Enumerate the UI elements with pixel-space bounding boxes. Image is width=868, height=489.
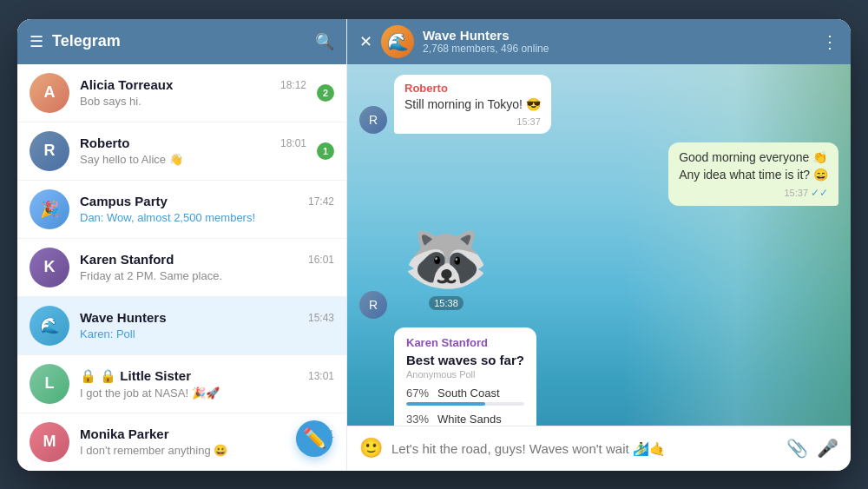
chat-info-roberto: Roberto18:01Say hello to Alice 👋 — [80, 135, 306, 166]
sidebar-title: Telegram — [52, 32, 306, 50]
chat-info-karen: Karen Stanford16:01Friday at 2 PM. Same … — [80, 252, 334, 282]
chat-time-karen: 16:01 — [308, 254, 334, 266]
sticker-time-msg3: 15:38 — [429, 296, 464, 310]
chat-item-roberto[interactable]: RRoberto18:01Say hello to Alice 👋1 — [17, 122, 346, 181]
close-button[interactable]: ✕ — [359, 32, 372, 51]
poll-option-0[interactable]: 67%South Coast — [406, 387, 524, 406]
chat-preview-alicia: Bob says hi. — [80, 95, 306, 108]
hamburger-icon[interactable]: ☰ — [30, 32, 43, 51]
chat-name-little: 🔒 Little Sister — [80, 368, 191, 384]
poll-opt-text-0: South Coast — [437, 387, 500, 400]
chat-name-wave: Wave Hunters — [80, 310, 166, 325]
chat-preview-wave: Karen: Poll — [80, 327, 334, 340]
attach-icon[interactable]: 📎 — [786, 438, 808, 459]
chat-preview-monika: I don't remember anything 😀 — [80, 444, 334, 457]
avatar-alicia: A — [30, 73, 69, 113]
chat-input-area: 🙂 📎 🎤 — [347, 426, 851, 471]
chat-header: ✕ 🌊 Wave Hunters 2,768 members, 496 onli… — [347, 19, 851, 64]
message-input[interactable] — [391, 441, 778, 456]
group-name: Wave Hunters — [423, 28, 812, 43]
message-avatar-msg1: R — [359, 106, 387, 134]
chat-info-little: 🔒 Little Sister13:01I got the job at NAS… — [80, 368, 334, 400]
avatar-campus: 🎉 — [30, 189, 69, 229]
group-info: Wave Hunters 2,768 members, 496 online — [423, 28, 812, 55]
sidebar-header: ☰ Telegram 🔍 — [17, 19, 346, 64]
group-members: 2,768 members, 496 online — [423, 43, 812, 55]
message-text-msg1: Still morning in Tokyo! 😎 — [404, 96, 541, 114]
avatar-wave: 🌊 — [30, 306, 69, 346]
avatar-karen: K — [30, 248, 69, 287]
chat-preview-roberto: Say hello to Alice 👋 — [80, 153, 306, 166]
sticker-bubble-msg3: 🦝15:38 — [394, 215, 498, 319]
poll-type-msg4: Anonymous Poll — [406, 369, 524, 380]
message-sender-msg1: Roberto — [404, 82, 541, 95]
avatar-monika: M — [30, 422, 69, 462]
poll-pct-1: 33% — [406, 413, 432, 425]
unread-badge-roberto: 1 — [317, 142, 334, 160]
chat-name-monika: Monika Parker — [80, 426, 169, 441]
chat-item-karen[interactable]: KKaren Stanford16:01Friday at 2 PM. Same… — [17, 239, 346, 297]
chat-item-little[interactable]: L🔒 Little Sister13:01I got the job at NA… — [17, 355, 346, 413]
chat-name-alicia: Alicia Torreaux — [80, 77, 173, 92]
chat-time-wave: 15:43 — [308, 312, 334, 324]
emoji-button[interactable]: 🙂 — [359, 437, 383, 459]
chat-name-roberto: Roberto — [80, 135, 130, 150]
poll-bar-bg-0 — [406, 402, 524, 406]
avatar-roberto: R — [30, 131, 69, 171]
poll-opt-text-1: White Sands — [437, 413, 502, 425]
chat-item-campus[interactable]: 🎉Campus Party17:42Dan: Wow, almost 2,500… — [17, 181, 346, 239]
message-time-msg1: 15:37 — [404, 116, 541, 127]
voice-icon[interactable]: 🎤 — [817, 438, 838, 459]
sidebar: ☰ Telegram 🔍 AAlicia Torreaux18:12Bob sa… — [17, 19, 347, 471]
poll-option-1[interactable]: 33%White Sands — [406, 413, 524, 425]
message-bubble-msg2: Good morning everyone 👏Any idea what tim… — [668, 142, 838, 206]
chat-main: ✕ 🌊 Wave Hunters 2,768 members, 496 onli… — [347, 19, 851, 471]
chat-preview-karen: Friday at 2 PM. Same place. — [80, 269, 334, 282]
chat-name-karen: Karen Stanford — [80, 252, 174, 267]
group-avatar: 🌊 — [381, 25, 414, 58]
read-receipts-msg2: ✓✓ — [811, 187, 828, 199]
message-avatar-msg3: R — [359, 291, 387, 319]
compose-button[interactable]: ✏️ — [296, 420, 332, 457]
message-text-msg2: Good morning everyone 👏Any idea what tim… — [679, 149, 828, 183]
chat-info-wave: Wave Hunters15:43Karen: Poll — [80, 310, 334, 340]
sticker-image-msg3: 🦝15:38 — [394, 215, 498, 319]
poll-bar-fill-0 — [406, 402, 485, 406]
chat-item-wave[interactable]: 🌊Wave Hunters15:43Karen: Poll — [17, 297, 346, 355]
message-row-msg3: R🦝15:38 — [359, 215, 838, 319]
chat-item-alicia[interactable]: AAlicia Torreaux18:12Bob says hi.2 — [17, 64, 346, 122]
chat-time-little: 13:01 — [308, 370, 334, 382]
poll-pct-0: 67% — [406, 387, 432, 400]
more-options-icon[interactable]: ⋮ — [821, 31, 838, 52]
chat-preview-little: I got the job at NASA! 🎉🚀 — [80, 387, 334, 400]
messages-area: RRobertoStill morning in Tokyo! 😎15:37Go… — [347, 64, 851, 426]
message-row-msg4: KKaren StanfordBest waves so far?Anonymo… — [359, 327, 838, 425]
app-container: ☰ Telegram 🔍 AAlicia Torreaux18:12Bob sa… — [17, 19, 851, 471]
poll-sender-msg4: Karen Stanford — [406, 336, 524, 349]
unread-badge-alicia: 2 — [317, 84, 334, 102]
message-time-msg2: 15:37✓✓ — [679, 187, 828, 199]
chat-preview-campus: Dan: Wow, almost 2,500 members! — [80, 211, 334, 224]
chat-name-campus: Campus Party — [80, 194, 168, 208]
chat-list: AAlicia Torreaux18:12Bob says hi.2RRober… — [17, 64, 346, 471]
message-row-msg1: RRobertoStill morning in Tokyo! 😎15:37 — [359, 75, 838, 135]
avatar-little: L — [30, 364, 69, 404]
message-row-msg2: Good morning everyone 👏Any idea what tim… — [359, 142, 838, 206]
message-bubble-msg1: RobertoStill morning in Tokyo! 😎15:37 — [394, 75, 551, 135]
chat-time-campus: 17:42 — [308, 195, 334, 208]
chat-time-roberto: 18:01 — [280, 137, 306, 149]
chat-info-campus: Campus Party17:42Dan: Wow, almost 2,500 … — [80, 194, 334, 224]
chat-time-alicia: 18:12 — [280, 79, 306, 91]
poll-question-msg4: Best waves so far? — [406, 353, 524, 367]
poll-bubble-msg4[interactable]: Karen StanfordBest waves so far?Anonymou… — [394, 327, 536, 425]
chat-info-alicia: Alicia Torreaux18:12Bob says hi. — [80, 77, 306, 108]
search-icon[interactable]: 🔍 — [315, 32, 334, 51]
